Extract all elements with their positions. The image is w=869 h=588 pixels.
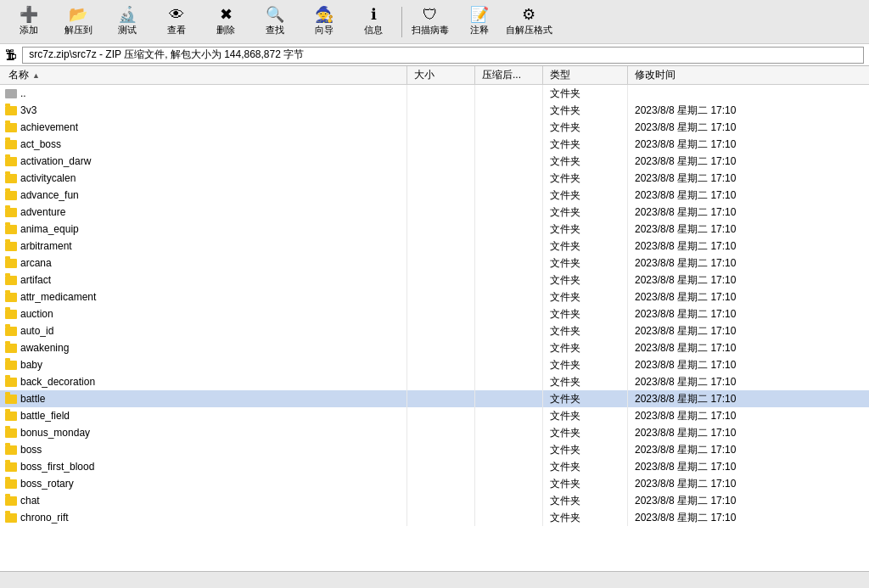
table-row[interactable]: achievement文件夹2023/8/8 星期二 17:10 [0,119,869,136]
table-row[interactable]: boss_rotary文件夹2023/8/8 星期二 17:10 [0,475,869,492]
toolbar-label: 删除 [216,24,235,36]
file-cell-name: baby [0,356,407,373]
table-row[interactable]: boss文件夹2023/8/8 星期二 17:10 [0,441,869,458]
toolbar-item-信息[interactable]: ℹ信息 [350,3,397,41]
file-name: auto_id [20,325,53,337]
file-cell-compressed [475,238,543,255]
toolbar-label: 扫描病毒 [412,24,449,36]
toolbar-label: 测试 [118,24,137,36]
toolbar-item-注释[interactable]: 📝注释 [456,3,503,41]
col-header-size[interactable]: 大小 [407,66,475,84]
file-cell-compressed [475,458,543,475]
col-header-type[interactable]: 类型 [543,66,628,84]
table-row[interactable]: baby文件夹2023/8/8 星期二 17:10 [0,356,869,373]
file-cell-name: battle_field [0,407,407,424]
table-row[interactable]: arbitrament文件夹2023/8/8 星期二 17:10 [0,238,869,255]
toolbar-item-扫描病毒[interactable]: 🛡扫描病毒 [406,3,454,41]
file-cell-compressed [475,509,543,526]
file-cell-type: 文件夹 [543,424,628,441]
toolbar-separator [401,7,402,37]
file-cell-compressed [475,136,543,153]
folder-icon [5,496,17,506]
file-cell-modified [628,85,869,102]
table-row[interactable]: arcana文件夹2023/8/8 星期二 17:10 [0,255,869,272]
file-name: arcana [20,257,52,269]
table-row[interactable]: anima_equip文件夹2023/8/8 星期二 17:10 [0,221,869,238]
file-cell-size [407,407,475,424]
table-row[interactable]: ..文件夹 [0,85,869,102]
folder-icon [5,259,17,268]
table-row[interactable]: 3v3文件夹2023/8/8 星期二 17:10 [0,102,869,119]
file-cell-size [407,373,475,390]
address-input[interactable] [22,47,864,64]
toolbar-item-删除[interactable]: ✖删除 [202,3,249,41]
toolbar-icon-扫描病毒: 🛡 [423,7,438,22]
toolbar-item-查看[interactable]: 👁查看 [153,3,200,41]
toolbar-icon-向导: 🧙 [315,7,334,22]
file-cell-name: anima_equip [0,221,407,238]
address-bar: 🗜 [0,44,869,66]
table-row[interactable]: battle文件夹2023/8/8 星期二 17:10 [0,390,869,407]
table-row[interactable]: artifact文件夹2023/8/8 星期二 17:10 [0,272,869,288]
table-row[interactable]: back_decoration文件夹2023/8/8 星期二 17:10 [0,373,869,390]
table-row[interactable]: bonus_monday文件夹2023/8/8 星期二 17:10 [0,424,869,441]
toolbar-item-添加[interactable]: ➕添加 [5,3,53,41]
toolbar-item-解压到[interactable]: 📂解压到 [54,3,102,41]
toolbar-item-测试[interactable]: 🔬测试 [104,3,151,41]
file-cell-type: 文件夹 [543,458,628,475]
file-cell-modified: 2023/8/8 星期二 17:10 [628,492,869,509]
file-cell-compressed [475,322,543,339]
table-row[interactable]: chat文件夹2023/8/8 星期二 17:10 [0,492,869,509]
table-row[interactable]: auto_id文件夹2023/8/8 星期二 17:10 [0,322,869,339]
table-row[interactable]: chrono_rift文件夹2023/8/8 星期二 17:10 [0,509,869,526]
table-row[interactable]: battle_field文件夹2023/8/8 星期二 17:10 [0,407,869,424]
file-cell-name: awakening [0,339,407,356]
folder-icon [5,462,17,472]
file-cell-name: act_boss [0,136,407,153]
col-header-compressed[interactable]: 压缩后... [475,66,543,84]
file-cell-compressed [475,85,543,102]
file-cell-compressed [475,153,543,170]
file-cell-type: 文件夹 [543,119,628,136]
file-cell-modified: 2023/8/8 星期二 17:10 [628,441,869,458]
table-row[interactable]: activation_darw文件夹2023/8/8 星期二 17:10 [0,153,869,170]
table-row[interactable]: boss_first_blood文件夹2023/8/8 星期二 17:10 [0,458,869,475]
file-cell-size [407,187,475,204]
file-cell-compressed [475,407,543,424]
file-name: anima_equip [20,223,79,235]
table-row[interactable]: adventure文件夹2023/8/8 星期二 17:10 [0,204,869,221]
col-header-modified[interactable]: 修改时间 [628,66,869,84]
table-row[interactable]: auction文件夹2023/8/8 星期二 17:10 [0,305,869,322]
folder-icon [5,106,17,115]
table-row[interactable]: act_boss文件夹2023/8/8 星期二 17:10 [0,136,869,153]
col-header-name[interactable]: 名称 ▲ [0,66,407,84]
folder-icon [5,428,17,438]
toolbar-item-自解压格式[interactable]: ⚙自解压格式 [505,3,552,41]
toolbar-icon-自解压格式: ⚙ [522,7,535,22]
file-cell-type: 文件夹 [543,407,628,424]
table-row[interactable]: advance_fun文件夹2023/8/8 星期二 17:10 [0,187,869,204]
table-row[interactable]: activitycalen文件夹2023/8/8 星期二 17:10 [0,170,869,187]
folder-icon [5,140,17,149]
file-cell-size [407,492,475,509]
file-cell-type: 文件夹 [543,492,628,509]
file-cell-type: 文件夹 [543,204,628,221]
file-cell-type: 文件夹 [543,85,628,102]
toolbar-item-查找[interactable]: 🔍查找 [251,3,299,41]
file-cell-name: chat [0,492,407,509]
folder-icon [5,310,17,319]
file-cell-size [407,509,475,526]
file-cell-size [407,441,475,458]
table-row[interactable]: awakening文件夹2023/8/8 星期二 17:10 [0,339,869,356]
file-cell-type: 文件夹 [543,187,628,204]
file-cell-modified: 2023/8/8 星期二 17:10 [628,458,869,475]
file-cell-compressed [475,492,543,509]
toolbar-label: 向导 [315,24,334,36]
toolbar-item-向导[interactable]: 🧙向导 [300,3,348,41]
table-row[interactable]: attr_medicament文件夹2023/8/8 星期二 17:10 [0,288,869,305]
file-cell-size [407,475,475,492]
file-cell-compressed [475,288,543,305]
file-cell-name: adventure [0,204,407,221]
file-cell-name: boss_rotary [0,475,407,492]
file-cell-modified: 2023/8/8 星期二 17:10 [628,356,869,373]
